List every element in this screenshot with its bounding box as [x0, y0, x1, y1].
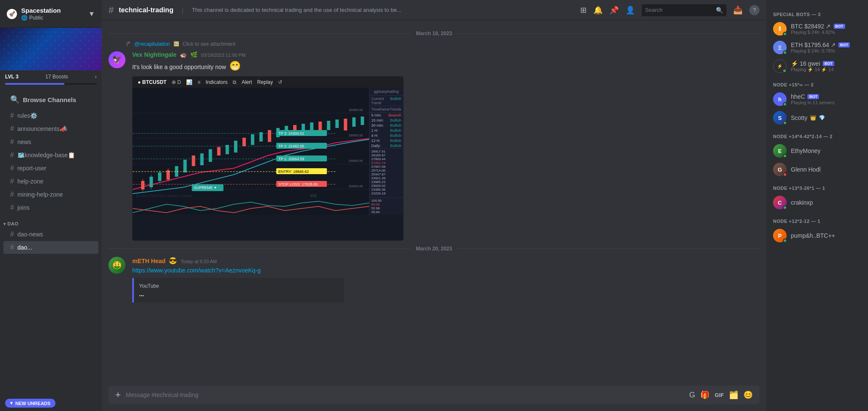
- member-scotty[interactable]: S Scotty 👑 💎: [770, 108, 865, 127]
- inbox-icon[interactable]: 📥: [733, 6, 743, 15]
- author-meth[interactable]: mETH Head 😎: [132, 257, 177, 265]
- author-vex[interactable]: Vex Nightingale: [132, 51, 176, 58]
- help-icon[interactable]: ?: [749, 5, 760, 15]
- hash-icon: #: [10, 151, 14, 159]
- browse-channels-button[interactable]: 🔍 Browse Channels: [3, 92, 98, 108]
- threads-icon[interactable]: ⊞: [580, 6, 587, 15]
- dao-category[interactable]: ▾ DAO: [0, 214, 102, 228]
- input-icons: G 🎁 GIF 🗂️ 😊: [689, 390, 753, 400]
- message-input[interactable]: [126, 387, 684, 403]
- ethymoney-name: EthyMoney: [791, 147, 821, 154]
- youtube-link[interactable]: https://www.youtube.com/watch?v=AeznvoeK…: [132, 267, 261, 274]
- member-eth-bot[interactable]: Ξ ETH $1795.64 ↗ BOT Playing $ 24h: 0.78…: [770, 38, 865, 57]
- node12-header: NODE +12*2-12 — 1: [770, 212, 865, 226]
- chart-side-panel: gg/easytrading Current Trend Bullish Tim…: [369, 88, 403, 215]
- date-divider-1: March 18, 2023: [102, 27, 766, 40]
- date-divider-2: March 20, 2023: [102, 242, 766, 255]
- hhec-badge: BOT: [807, 94, 819, 99]
- btc-bot-info: BTC $28492 ↗ BOT Playing $ 24h: 4.82%: [791, 23, 845, 35]
- chart-alert[interactable]: Alert: [242, 79, 252, 85]
- svg-rect-25: [242, 138, 246, 146]
- search-input[interactable]: [645, 7, 713, 13]
- channel-item-dao-current[interactable]: # dao...: [3, 241, 98, 254]
- channel-item-report[interactable]: # report-user: [3, 162, 98, 175]
- members-icon[interactable]: 👤: [626, 6, 635, 15]
- pin-icon[interactable]: 📌: [609, 6, 619, 15]
- hash-icon: #: [10, 138, 14, 146]
- emoji-icon[interactable]: 😊: [743, 390, 753, 400]
- channel-item-knowledge[interactable]: # 🗺️knowledge-base📋: [3, 149, 98, 161]
- mute-icon[interactable]: 🔔: [593, 6, 603, 15]
- grammarly-icon[interactable]: G: [689, 391, 695, 400]
- message-text-meth: https://www.youtube.com/watch?v=AeznvoeK…: [132, 267, 760, 275]
- xp-fill: [5, 83, 64, 85]
- channel-item-joins[interactable]: # joins: [3, 201, 98, 214]
- browse-icon: 🔍: [10, 95, 19, 104]
- date-line: [457, 33, 760, 34]
- add-attachment-button[interactable]: +: [115, 389, 121, 400]
- channel-item-mining[interactable]: # mining-help-zone: [3, 188, 98, 201]
- special-bots-header: SPECIAL BOTS — 3: [770, 5, 865, 19]
- member-pump[interactable]: P pump&h..BTC++: [770, 226, 865, 245]
- channel-item-news[interactable]: # news: [3, 136, 98, 148]
- svg-text:be best friend you always want: be best friend you always wanted: [136, 194, 192, 198]
- server-header[interactable]: 🚀 Spacestation 🌐 Public ▼: [0, 0, 102, 28]
- svg-rect-38: [352, 117, 356, 127]
- sticker-icon[interactable]: 🗂️: [729, 390, 738, 400]
- member-ethymoney[interactable]: E EthyMoney: [770, 142, 865, 160]
- channel-list: 🔍 Browse Channels # rules⚙️ # announceme…: [0, 88, 102, 395]
- server-dropdown-icon[interactable]: ▼: [88, 10, 95, 18]
- reply-text[interactable]: Click to see attachment: [183, 41, 236, 47]
- node15-header: NODE +15*∞ — 2: [770, 75, 865, 90]
- eth-bot-name: ETH $1795.64 ↗: [791, 42, 836, 48]
- svg-rect-37: [344, 119, 347, 131]
- header-divider: |: [182, 7, 184, 14]
- channel-item-dao-news[interactable]: # dao-news: [3, 228, 98, 241]
- member-crakinxp[interactable]: C crakinxp: [770, 193, 865, 212]
- svg-rect-24: [234, 141, 237, 153]
- eth-bot-info: ETH $1795.64 ↗ BOT Playing $ 24h: 0.78%: [791, 42, 850, 53]
- member-glennhodl[interactable]: G Glenn Hodl: [770, 160, 865, 179]
- timestamp-vex: 03/18/2023 11:00 PM: [201, 53, 245, 58]
- server-name: Spacestation: [21, 7, 61, 14]
- avatar-meth[interactable]: 🤑: [108, 257, 125, 274]
- member-btc-bot[interactable]: ₿ BTC $28492 ↗ BOT Playing $ 24h: 4.82%: [770, 19, 865, 38]
- channel-item-rules[interactable]: # rules⚙️: [3, 109, 98, 122]
- chart-tf-15min: 15 min: Bullish: [370, 118, 403, 123]
- eth-bot-sub: Playing $ 24h: 0.78%: [791, 48, 850, 53]
- gwei-bot-name: ⚡ 16 gwei: [791, 60, 820, 67]
- chart-price-area: 32000.00 28000.00 24000.00 20000.00: [133, 88, 369, 215]
- channel-header-name: technical-trading: [119, 6, 173, 14]
- scotty-avatar: S: [773, 111, 787, 125]
- svg-rect-26: [251, 134, 254, 145]
- gif-icon[interactable]: GIF: [715, 392, 724, 398]
- hash-icon: #: [10, 178, 14, 185]
- message-header-vex: Vex Nightingale 🦔 🌿 03/18/2023 11:00 PM: [132, 51, 760, 58]
- channel-item-help[interactable]: # help-zone: [3, 175, 98, 188]
- search-bar[interactable]: 🔍: [642, 4, 726, 16]
- pump-status: [783, 239, 787, 243]
- chart-tf-1h: 1 H: Bullish: [370, 128, 403, 133]
- gift-icon[interactable]: 🎁: [700, 390, 709, 400]
- chart-toolbar: ● BTCUSDT ⊕ D 📊 ≡ Indicators ⧉ Alert Rep…: [133, 77, 403, 88]
- message-input-box: + G 🎁 GIF 🗂️ 😊: [108, 386, 760, 404]
- new-unreads-badge[interactable]: ▾ NEW UNREADS: [5, 399, 56, 408]
- member-hhec[interactable]: h hheC BOT Playing In 11 servers: [770, 90, 865, 108]
- server-banner: [0, 28, 102, 70]
- svg-text:TP 2: 22482.55: TP 2: 22482.55: [278, 144, 304, 148]
- hash-icon: #: [10, 230, 14, 238]
- gwei-bot-info: ⚡ 16 gwei BOT Playing ⚡ 14 ⚡ 14: [791, 60, 834, 72]
- channel-header: # technical-trading | This channel is de…: [102, 0, 766, 20]
- emoji-grin: 😁: [229, 61, 241, 71]
- chat-area: March 18, 2023 ↱ @recapitulation 🖼️ Clic…: [102, 20, 766, 386]
- chart-replay[interactable]: Replay: [257, 79, 273, 85]
- svg-text:20000.00: 20000.00: [349, 184, 363, 188]
- link-title: ...: [139, 291, 339, 297]
- member-gwei-bot[interactable]: ⚡ ⚡ 16 gwei BOT Playing ⚡ 14 ⚡ 14: [770, 57, 865, 75]
- avatar-vex[interactable]: 🦅: [108, 51, 125, 68]
- gwei-bot-badge: BOT: [823, 61, 834, 66]
- channel-item-announcements[interactable]: # announcements📣: [3, 122, 98, 135]
- btc-status: [783, 32, 787, 36]
- reply-at: @recapitulation: [134, 41, 170, 47]
- category-chevron: ▾: [3, 222, 6, 226]
